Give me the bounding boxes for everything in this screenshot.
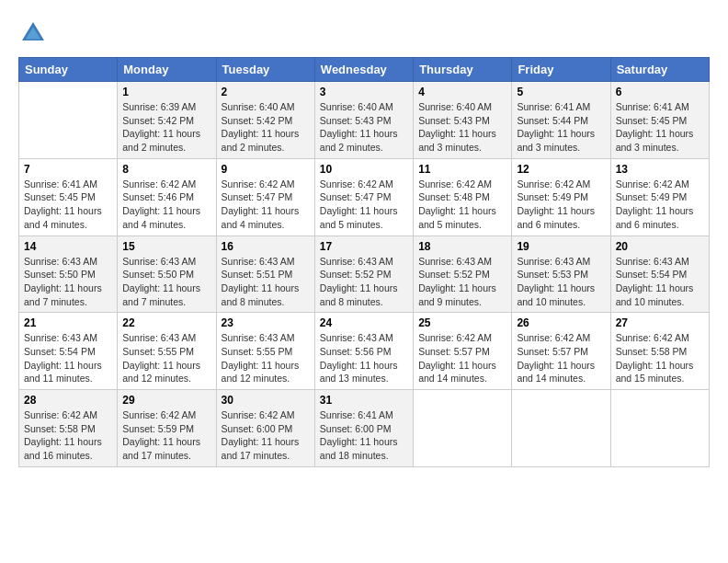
- day-cell: 21 Sunrise: 6:43 AMSunset: 5:54 PMDaylig…: [19, 313, 118, 390]
- day-number: 6: [616, 86, 704, 98]
- header-row: SundayMondayTuesdayWednesdayThursdayFrid…: [19, 58, 710, 82]
- day-number: 19: [517, 240, 605, 253]
- day-cell: 18 Sunrise: 6:43 AMSunset: 5:52 PMDaylig…: [414, 236, 512, 313]
- day-number: 2: [222, 86, 310, 98]
- day-header-wednesday: Wednesday: [314, 58, 413, 82]
- day-header-thursday: Thursday: [414, 58, 512, 82]
- day-number: 7: [24, 163, 112, 176]
- day-cell: 31 Sunrise: 6:41 AMSunset: 6:00 PMDaylig…: [314, 390, 413, 467]
- day-cell: 6 Sunrise: 6:41 AMSunset: 5:45 PMDayligh…: [610, 82, 709, 159]
- day-number: 22: [122, 316, 210, 329]
- day-cell: [414, 390, 512, 467]
- day-number: 9: [222, 163, 310, 176]
- day-cell: 23 Sunrise: 6:43 AMSunset: 5:55 PMDaylig…: [216, 313, 314, 390]
- day-cell: 17 Sunrise: 6:43 AMSunset: 5:52 PMDaylig…: [314, 236, 413, 313]
- week-row-5: 28 Sunrise: 6:42 AMSunset: 5:58 PMDaylig…: [19, 390, 710, 467]
- week-row-4: 21 Sunrise: 6:43 AMSunset: 5:54 PMDaylig…: [19, 313, 710, 390]
- day-number: 28: [24, 394, 112, 407]
- day-number: 20: [616, 240, 704, 253]
- day-cell: 7 Sunrise: 6:41 AMSunset: 5:45 PMDayligh…: [19, 158, 118, 236]
- day-cell: 28 Sunrise: 6:42 AMSunset: 5:58 PMDaylig…: [19, 390, 118, 467]
- day-header-saturday: Saturday: [610, 58, 709, 82]
- day-cell: 9 Sunrise: 6:42 AMSunset: 5:47 PMDayligh…: [216, 158, 314, 236]
- day-info: Sunrise: 6:41 AMSunset: 5:45 PMDaylight:…: [616, 100, 704, 155]
- day-info: Sunrise: 6:39 AMSunset: 5:42 PMDaylight:…: [122, 100, 210, 155]
- day-cell: 19 Sunrise: 6:43 AMSunset: 5:53 PMDaylig…: [512, 236, 610, 313]
- day-number: 26: [517, 316, 605, 329]
- day-info: Sunrise: 6:43 AMSunset: 5:56 PMDaylight:…: [320, 331, 408, 385]
- day-cell: 15 Sunrise: 6:43 AMSunset: 5:50 PMDaylig…: [118, 236, 216, 313]
- day-cell: [512, 390, 610, 467]
- day-info: Sunrise: 6:43 AMSunset: 5:52 PMDaylight:…: [320, 255, 408, 309]
- day-number: 23: [222, 316, 310, 329]
- day-cell: 5 Sunrise: 6:41 AMSunset: 5:44 PMDayligh…: [512, 82, 610, 159]
- day-cell: 22 Sunrise: 6:43 AMSunset: 5:55 PMDaylig…: [118, 313, 216, 390]
- day-info: Sunrise: 6:42 AMSunset: 5:47 PMDaylight:…: [222, 178, 310, 232]
- day-info: Sunrise: 6:41 AMSunset: 5:45 PMDaylight:…: [24, 178, 112, 232]
- day-cell: 29 Sunrise: 6:42 AMSunset: 5:59 PMDaylig…: [118, 390, 216, 467]
- day-header-monday: Monday: [118, 58, 216, 82]
- day-info: Sunrise: 6:41 AMSunset: 6:00 PMDaylight:…: [320, 408, 408, 463]
- day-info: Sunrise: 6:42 AMSunset: 5:57 PMDaylight:…: [418, 331, 506, 385]
- day-cell: [19, 82, 118, 159]
- day-number: 1: [122, 86, 210, 98]
- day-info: Sunrise: 6:42 AMSunset: 5:59 PMDaylight:…: [122, 408, 210, 463]
- day-number: 15: [122, 240, 210, 253]
- day-info: Sunrise: 6:42 AMSunset: 5:58 PMDaylight:…: [24, 408, 112, 463]
- day-info: Sunrise: 6:43 AMSunset: 5:54 PMDaylight:…: [24, 331, 112, 385]
- day-cell: 3 Sunrise: 6:40 AMSunset: 5:43 PMDayligh…: [314, 82, 413, 159]
- day-number: 4: [418, 86, 506, 98]
- day-info: Sunrise: 6:42 AMSunset: 5:49 PMDaylight:…: [517, 178, 605, 232]
- day-info: Sunrise: 6:43 AMSunset: 5:50 PMDaylight:…: [122, 255, 210, 309]
- day-info: Sunrise: 6:43 AMSunset: 5:52 PMDaylight:…: [418, 255, 506, 309]
- day-cell: 10 Sunrise: 6:42 AMSunset: 5:47 PMDaylig…: [314, 158, 413, 236]
- day-info: Sunrise: 6:43 AMSunset: 5:55 PMDaylight:…: [222, 331, 310, 385]
- day-cell: [610, 390, 709, 467]
- day-number: 11: [418, 163, 506, 176]
- day-number: 13: [616, 163, 704, 176]
- day-cell: 24 Sunrise: 6:43 AMSunset: 5:56 PMDaylig…: [314, 313, 413, 390]
- logo: [18, 18, 51, 48]
- day-info: Sunrise: 6:42 AMSunset: 5:47 PMDaylight:…: [320, 178, 408, 232]
- logo-icon: [18, 18, 48, 48]
- day-cell: 27 Sunrise: 6:42 AMSunset: 5:58 PMDaylig…: [610, 313, 709, 390]
- page-header: [18, 18, 710, 48]
- day-number: 14: [24, 240, 112, 253]
- day-info: Sunrise: 6:43 AMSunset: 5:51 PMDaylight:…: [222, 255, 310, 309]
- calendar-table: SundayMondayTuesdayWednesdayThursdayFrid…: [18, 57, 710, 467]
- day-number: 31: [320, 394, 408, 407]
- day-cell: 25 Sunrise: 6:42 AMSunset: 5:57 PMDaylig…: [414, 313, 512, 390]
- day-cell: 4 Sunrise: 6:40 AMSunset: 5:43 PMDayligh…: [414, 82, 512, 159]
- day-info: Sunrise: 6:43 AMSunset: 5:54 PMDaylight:…: [616, 255, 704, 309]
- day-cell: 2 Sunrise: 6:40 AMSunset: 5:42 PMDayligh…: [216, 82, 314, 159]
- week-row-3: 14 Sunrise: 6:43 AMSunset: 5:50 PMDaylig…: [19, 236, 710, 313]
- day-number: 30: [222, 394, 310, 407]
- day-number: 18: [418, 240, 506, 253]
- day-number: 21: [24, 316, 112, 329]
- day-info: Sunrise: 6:42 AMSunset: 5:48 PMDaylight:…: [418, 178, 506, 232]
- day-cell: 16 Sunrise: 6:43 AMSunset: 5:51 PMDaylig…: [216, 236, 314, 313]
- day-info: Sunrise: 6:42 AMSunset: 5:46 PMDaylight:…: [122, 178, 210, 232]
- day-info: Sunrise: 6:42 AMSunset: 5:49 PMDaylight:…: [616, 178, 704, 232]
- week-row-2: 7 Sunrise: 6:41 AMSunset: 5:45 PMDayligh…: [19, 158, 710, 236]
- day-cell: 12 Sunrise: 6:42 AMSunset: 5:49 PMDaylig…: [512, 158, 610, 236]
- day-info: Sunrise: 6:40 AMSunset: 5:42 PMDaylight:…: [222, 100, 310, 155]
- day-cell: 30 Sunrise: 6:42 AMSunset: 6:00 PMDaylig…: [216, 390, 314, 467]
- day-cell: 13 Sunrise: 6:42 AMSunset: 5:49 PMDaylig…: [610, 158, 709, 236]
- day-info: Sunrise: 6:43 AMSunset: 5:55 PMDaylight:…: [122, 331, 210, 385]
- day-number: 3: [320, 86, 408, 98]
- day-header-friday: Friday: [512, 58, 610, 82]
- day-info: Sunrise: 6:42 AMSunset: 5:58 PMDaylight:…: [616, 331, 704, 385]
- day-number: 27: [616, 316, 704, 329]
- day-number: 17: [320, 240, 408, 253]
- day-info: Sunrise: 6:40 AMSunset: 5:43 PMDaylight:…: [418, 100, 506, 155]
- day-number: 25: [418, 316, 506, 329]
- day-info: Sunrise: 6:43 AMSunset: 5:53 PMDaylight:…: [517, 255, 605, 309]
- day-number: 5: [517, 86, 605, 98]
- day-number: 24: [320, 316, 408, 329]
- day-info: Sunrise: 6:41 AMSunset: 5:44 PMDaylight:…: [517, 100, 605, 155]
- day-cell: 14 Sunrise: 6:43 AMSunset: 5:50 PMDaylig…: [19, 236, 118, 313]
- day-info: Sunrise: 6:42 AMSunset: 5:57 PMDaylight:…: [517, 331, 605, 385]
- day-header-tuesday: Tuesday: [216, 58, 314, 82]
- day-number: 10: [320, 163, 408, 176]
